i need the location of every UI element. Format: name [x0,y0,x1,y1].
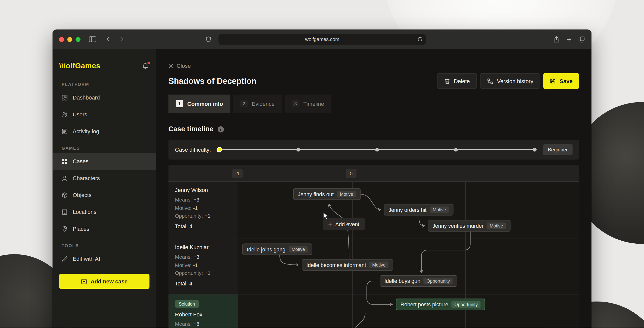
sidebar-item-locations[interactable]: Locations [53,204,156,220]
notifications-button[interactable] [142,62,149,70]
sidebar-item-label: Users [73,111,87,117]
notification-dot [147,61,150,64]
tab-number: 2 [240,100,248,107]
characters-icon [62,175,68,181]
save-label: Save [559,78,572,84]
sidebar-item-label: Places [73,226,89,232]
page-title: Shadows of Deception [168,76,256,86]
sidebar-item-label: Characters [73,175,100,181]
event-label: Robert posts picture [400,301,448,307]
timeline-event[interactable]: Jenny orders hit Motive [384,204,454,216]
close-button[interactable]: Close [168,63,579,69]
plus-icon [81,278,87,284]
timeline-table: -1 0 Jenny Wilson Means:+3 Motive:-1 [168,165,579,328]
timeline-event[interactable]: Idelle joins gang Motive [242,244,312,255]
tab-overview-icon[interactable] [578,36,585,43]
activity-log-icon [62,128,68,134]
wolfgames-logo[interactable]: \\/olfGames [59,62,100,70]
tab-timeline[interactable]: 3 Timeline [285,95,332,113]
url-bar[interactable]: wolfgames.com [219,34,426,45]
column-header: -1 [232,169,243,178]
tab-common-info[interactable]: 1 Common info [168,95,230,113]
tab-evidence[interactable]: 2 Evidence [233,95,282,113]
sidebar-item-dashboard[interactable]: Dashboard [53,89,156,106]
sidebar-item-activity-log[interactable]: Activity log [53,123,156,140]
timeline-event[interactable]: Jenny verifies murder Motive [428,220,510,232]
sidebar-item-cases[interactable]: Cases [53,153,156,170]
event-tag: Motive [430,207,449,213]
add-new-case-button[interactable]: Add new case [59,274,149,289]
slider-stop[interactable] [375,148,379,152]
new-tab-icon[interactable]: + [567,36,571,43]
timeline-body: Jenny Wilson Means:+3 Motive:-1 Opportun… [168,182,579,328]
window-minimize-button[interactable] [67,37,72,42]
column-header: 0 [346,169,356,178]
forward-button[interactable] [118,36,125,42]
event-label: Idelle becomes informant [306,262,366,268]
back-button[interactable] [105,36,112,42]
share-icon[interactable] [553,36,560,43]
difficulty-slider[interactable] [219,146,535,154]
trash-icon [444,78,450,84]
browser-titlebar: wolfgames.com + [53,30,591,49]
sidebar: \\/olfGames PLATFORM Dashboard Users [53,49,156,328]
sidebar-item-characters[interactable]: Characters [53,170,156,187]
reload-icon[interactable] [417,36,423,42]
sidebar-item-edit-with-ai[interactable]: Edit with AI [53,250,156,267]
event-tag: Motive [369,261,388,268]
event-label: Jenny verifies murder [432,223,484,229]
dashboard-icon [62,95,68,101]
sidebar-section-tools: TOOLS [53,237,156,250]
slider-handle[interactable] [216,147,222,152]
browser-window: wolfgames.com + \\/olfGames [53,30,591,328]
event-label: Idelle joins gang [247,246,285,252]
slider-stop[interactable] [454,148,458,152]
sidebar-header: \\/olfGames [53,49,156,76]
edit-with-ai-icon [62,256,68,262]
locations-icon [62,209,68,215]
timeline-event[interactable]: Jenny finds out Motive [293,188,361,200]
timeline-event-solution[interactable]: Robert posts picture Opportunity [396,299,485,310]
add-event-label: Add event [335,221,359,227]
slider-stop[interactable] [296,148,300,152]
close-label: Close [177,63,191,69]
tab-label: Timeline [303,101,324,107]
sidebar-item-places[interactable]: Places [53,220,156,237]
traffic-lights [59,37,80,42]
timeline-event[interactable]: Idelle buys gun Opportunity [380,275,457,287]
version-history-button[interactable]: Version history [480,73,540,89]
event-tag: Motive [337,191,356,198]
sidebar-item-label: Activity log [73,128,99,134]
case-timeline-heading: Case timeline i [168,125,579,133]
step-tabs: 1 Common info 2 Evidence 3 Timeline [168,95,579,113]
desktop: wolfgames.com + \\/olfGames [0,0,644,328]
titlebar-right-controls: + [553,30,585,49]
version-history-label: Version history [497,78,533,84]
sidebar-toggle-icon[interactable] [89,36,97,43]
save-icon [550,78,556,84]
info-icon[interactable]: i [218,126,224,132]
users-icon [62,111,68,117]
privacy-shield-icon[interactable] [205,36,211,42]
mouse-cursor [323,212,329,220]
tab-label: Common info [187,101,223,107]
delete-button[interactable]: Delete [437,73,477,89]
event-label: Idelle buys gun [384,278,420,284]
sidebar-section-games: GAMES [53,140,156,153]
window-close-button[interactable] [59,37,64,42]
objects-icon [62,192,68,198]
tab-label: Evidence [252,101,275,107]
event-label: Jenny orders hit [388,207,426,213]
app-root: \\/olfGames PLATFORM Dashboard Users [53,49,591,328]
timeline-event[interactable]: Idelle becomes informant Motive [302,259,393,271]
event-tag: Motive [487,222,506,229]
sidebar-item-objects[interactable]: Objects [53,187,156,204]
sidebar-section-platform: PLATFORM [53,76,156,89]
url-text: wolfgames.com [305,37,339,42]
window-zoom-button[interactable] [75,37,80,42]
slider-stop[interactable] [533,148,537,152]
add-event-button[interactable]: + Add event [323,218,365,230]
save-button[interactable]: Save [544,73,579,89]
sidebar-item-label: Dashboard [73,95,100,101]
sidebar-item-users[interactable]: Users [53,106,156,123]
